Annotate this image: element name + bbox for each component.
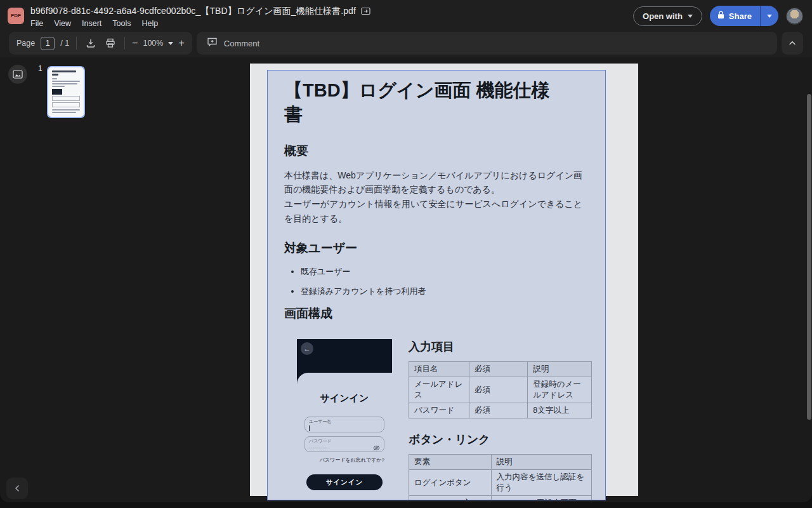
table-header-row: 項目名 必須 説明 [409, 362, 592, 377]
thumbnail-view-toggle[interactable] [8, 65, 27, 84]
download-icon[interactable] [84, 36, 98, 50]
spec-tables-column: 入力項目 項目名 必須 説明 メールアドレス 必須 登録時のメールアドレス [409, 339, 592, 500]
heading-overview: 概要 [284, 143, 589, 159]
vertical-scrollbar[interactable] [807, 94, 811, 420]
document-viewer: 1 【TBD】ログイン画面 機能仕様書 概要 本仕様書は、Webアプリケーション… [0, 57, 812, 502]
thumbnail-preview [52, 109, 80, 110]
document-title: 【TBD】ログイン画面 機能仕様書 [284, 78, 558, 127]
column-header: 説明 [528, 362, 592, 377]
bottom-strip [0, 502, 812, 508]
table-row: ログインボタン 入力内容を送信し認証を行う [409, 470, 592, 496]
column-header: 説明 [491, 455, 591, 470]
open-with-button[interactable]: Open with [633, 6, 702, 26]
thumbnail-preview [52, 74, 58, 76]
thumbnail-preview [52, 89, 62, 95]
mockup-header-curve [297, 373, 392, 384]
heading-input-items: 入力項目 [409, 339, 592, 354]
heading-screen-layout: 画面構成 [284, 305, 589, 322]
thumbnail-preview [52, 81, 80, 82]
mockup-signin-button: サインイン [306, 474, 383, 490]
page-total-label: / 1 [60, 39, 69, 48]
pdf-toolbar: Page 1 / 1 − 100% + Comment [0, 32, 812, 57]
eye-off-icon [373, 442, 380, 453]
heading-buttons-links: ボタン・リンク [409, 432, 592, 447]
thumbnail-preview [52, 86, 65, 87]
login-screen-mockup: ← サインイン ユーザー名 パスワード ......... [297, 339, 392, 500]
share-dropdown-button[interactable] [760, 6, 778, 26]
divider [76, 37, 77, 50]
page-controls-group: Page 1 / 1 − 100% + [9, 32, 192, 55]
target-users-list: 既存ユーザー 登録済みアカウントを持つ利用者 [301, 266, 589, 297]
zoom-in-button[interactable]: + [178, 38, 184, 48]
file-title: b96f9078-d81c-4492-a6a4-9cdfce002b0c_【TB… [30, 6, 356, 17]
zoom-controls: − 100% + [132, 38, 185, 48]
zoom-out-button[interactable]: − [132, 38, 138, 48]
menu-insert[interactable]: Insert [82, 19, 102, 28]
collapse-sidebar-button[interactable] [6, 478, 28, 499]
table-cell: 8文字以上 [528, 403, 592, 418]
mockup-password-field: パスワード ......... [304, 436, 384, 452]
share-button[interactable]: Share [710, 6, 760, 26]
list-item: 既存ユーザー [301, 266, 589, 277]
menu-help[interactable]: Help [141, 19, 158, 28]
overview-paragraph-1: 本仕様書は、Webアプリケーション／モバイルアプリにおけるログイン画面の機能要件… [284, 168, 589, 197]
table-cell: パスワード [409, 403, 469, 418]
divider [124, 37, 125, 50]
collapse-toolbar-button[interactable] [782, 32, 803, 55]
table-row: メールアドレス 必須 登録時のメールアドレス [409, 377, 592, 403]
zoom-level-value[interactable]: 100% [143, 39, 163, 48]
password-dots: ......... [309, 444, 380, 450]
username-label: ユーザー名 [309, 418, 380, 425]
share-split-button: Share [710, 6, 778, 26]
back-arrow-icon: ← [301, 342, 313, 355]
account-avatar[interactable] [786, 8, 803, 25]
open-with-label: Open with [643, 11, 683, 21]
thumbnail-preview [52, 78, 57, 79]
column-header: 必須 [469, 362, 528, 377]
document-content: 【TBD】ログイン画面 機能仕様書 概要 本仕様書は、Webアプリケーション／モ… [267, 70, 606, 500]
pdf-page: 【TBD】ログイン画面 機能仕様書 概要 本仕様書は、Webアプリケーション／モ… [250, 64, 638, 496]
list-item: 登録済みアカウントを持つ利用者 [301, 286, 589, 297]
comment-button[interactable]: Comment [197, 32, 777, 55]
chevron-down-icon [767, 15, 772, 18]
table-cell: 登録時のメールアドレス [528, 377, 592, 403]
table-cell: 必須 [469, 377, 528, 403]
table-header-row: 要素 説明 [409, 455, 592, 470]
thumbnail-page-number: 1 [38, 64, 43, 73]
text-caret [309, 425, 310, 431]
thumbnail-preview [52, 102, 80, 107]
pdf-file-icon: PDF [8, 8, 24, 24]
buttons-links-table: 要素 説明 ログインボタン 入力内容を送信し認証を行う パスワードを忘れた場合 … [409, 454, 592, 500]
comment-label: Comment [224, 39, 259, 48]
menu-tools[interactable]: Tools [112, 19, 131, 28]
thumbnail-preview [52, 112, 76, 113]
menu-view[interactable]: View [54, 19, 71, 28]
table-cell: メールアドレス [409, 377, 469, 403]
mockup-forgot-password-link: パスワードをお忘れですか? [304, 457, 384, 464]
overview-paragraph-2: ユーザーがアカウント情報を用いて安全にサービスへログインできることを目的とする。 [284, 197, 589, 225]
move-to-folder-icon[interactable] [361, 7, 370, 15]
menu-file[interactable]: File [30, 19, 43, 28]
heading-target-users: 対象ユーザー [284, 240, 589, 257]
table-row: パスワードを忘れた場合 パスワード再設定画面へ遷移 [409, 496, 592, 500]
comment-icon [207, 37, 218, 50]
column-header: 要素 [409, 455, 492, 470]
mockup-signin-title: サインイン [297, 392, 392, 404]
chevron-down-icon [688, 15, 693, 18]
thumbnail-preview [52, 83, 77, 84]
menu-bar: File View Insert Tools Help [30, 19, 370, 28]
page-thumbnail[interactable] [47, 66, 85, 118]
zoom-dropdown-icon[interactable] [168, 42, 173, 45]
top-bar: PDF b96f9078-d81c-4492-a6a4-9cdfce002b0c… [0, 0, 812, 32]
print-icon[interactable] [103, 36, 117, 50]
table-cell: 入力内容を送信し認証を行う [491, 470, 591, 496]
table-cell: パスワードを忘れた場合 [409, 496, 492, 500]
page-number-input[interactable]: 1 [41, 37, 55, 50]
table-cell: 必須 [469, 403, 528, 418]
thumbnail-preview [52, 70, 76, 72]
mockup-username-field: ユーザー名 [304, 417, 384, 432]
table-cell: ログインボタン [409, 470, 492, 496]
column-header: 項目名 [409, 362, 469, 377]
share-label: Share [729, 11, 752, 21]
input-items-table: 項目名 必須 説明 メールアドレス 必須 登録時のメールアドレス パスワード 必… [409, 361, 592, 418]
